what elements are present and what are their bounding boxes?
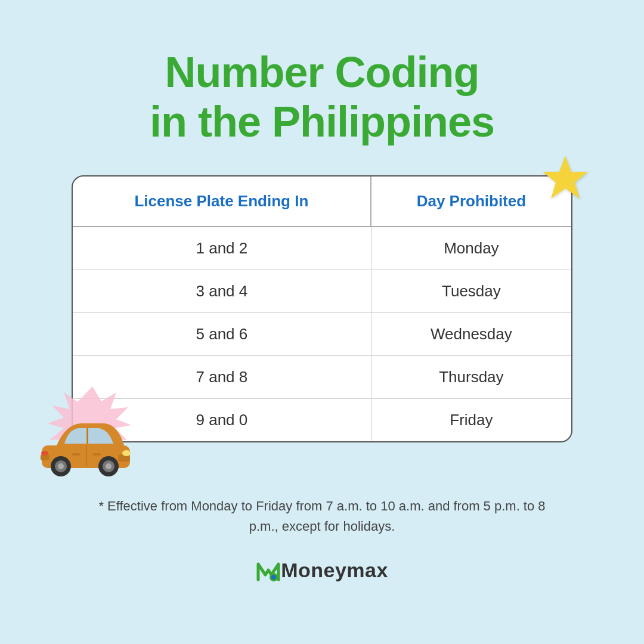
table-row: 5 and 6Wednesday <box>73 313 571 356</box>
title-section: Number Coding in the Philippines <box>150 48 494 147</box>
day-cell: Thursday <box>371 356 571 399</box>
number-coding-table: License Plate Ending In Day Prohibited 1… <box>72 175 572 442</box>
logo-text: Moneymax <box>281 559 388 582</box>
svg-point-5 <box>122 450 131 456</box>
svg-point-13 <box>106 463 112 469</box>
svg-point-18 <box>271 575 276 580</box>
car-decoration <box>36 413 137 484</box>
page-title: Number Coding in the Philippines <box>150 48 494 147</box>
col-plate-header: License Plate Ending In <box>73 177 371 227</box>
table-row: 3 and 4Tuesday <box>73 270 571 313</box>
table-row: 9 and 0Friday <box>73 399 571 441</box>
moneymax-logo-icon <box>256 558 281 583</box>
logo-wordmark: oneymax <box>298 559 388 581</box>
svg-point-7 <box>41 451 48 456</box>
day-cell: Wednesday <box>371 313 571 356</box>
svg-rect-16 <box>92 453 101 456</box>
day-cell: Monday <box>371 227 571 270</box>
plate-cell: 1 and 2 <box>73 227 371 270</box>
day-cell: Friday <box>371 399 571 441</box>
table-row: 1 and 2Monday <box>73 227 571 270</box>
logo-section: Moneymax <box>256 558 388 583</box>
table-wrapper: License Plate Ending In Day Prohibited 1… <box>72 175 572 442</box>
plate-cell: 3 and 4 <box>73 270 371 313</box>
svg-marker-0 <box>543 156 588 199</box>
table-row: 7 and 8Thursday <box>73 356 571 399</box>
svg-point-10 <box>58 463 64 469</box>
footnote: * Effective from Monday to Friday from 7… <box>89 496 555 537</box>
svg-rect-15 <box>72 453 80 456</box>
star-decoration <box>541 153 589 200</box>
day-cell: Tuesday <box>371 270 571 313</box>
plate-cell: 5 and 6 <box>73 313 371 356</box>
